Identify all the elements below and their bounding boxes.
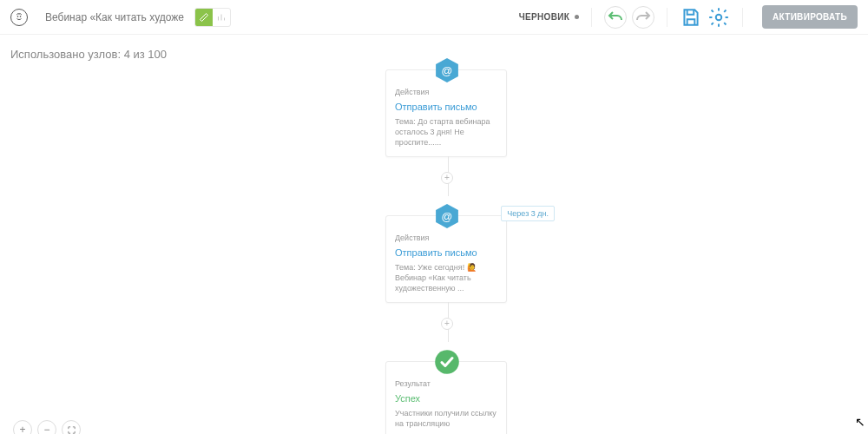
delay-badge[interactable]: Через 3 дн. [501,206,555,221]
card-description: Участники получили ссылку на трансляцию [395,408,497,429]
draft-status: ЧЕРНОВИК [519,12,579,22]
card-type-label: Действия [395,88,497,96]
settings-button[interactable] [707,6,730,29]
card-title: Отправить письмо [395,102,497,112]
stats-mode-button[interactable] [213,9,230,26]
redo-button[interactable] [632,6,654,29]
flow-canvas[interactable]: @ Действия Отправить письмо Тема: До ста… [0,35,868,434]
zoom-in-button[interactable]: + [13,420,32,434]
email-hex-icon: @ [434,57,460,83]
svg-text:@: @ [442,211,453,223]
card-title: Отправить письмо [395,247,497,258]
app-header: ЧЕРНОВИК АКТИВИРОВАТЬ [0,0,868,35]
zoom-controls: + − [13,420,81,434]
divider [742,8,743,27]
card-description: Тема: Уже сегодня! 🙋 Вебинар «Как читать… [395,262,497,293]
email-hex-icon: @ [434,203,460,229]
success-check-icon [434,349,460,375]
divider [667,8,667,27]
result-card-success[interactable]: Результат Успех Участники получили ссылк… [385,361,507,434]
zoom-out-button[interactable]: − [37,420,56,434]
edit-mode-button[interactable] [195,9,213,26]
view-mode-toggle [194,8,231,27]
divider [591,8,592,27]
add-node-button[interactable]: + [441,318,453,330]
svg-point-2 [716,14,722,20]
card-description: Тема: До старта вебинара осталось 3 дня!… [395,116,497,148]
status-label: ЧЕРНОВИК [519,12,569,22]
add-node-button[interactable]: + [441,172,453,184]
undo-button[interactable] [604,6,627,29]
app-logo[interactable] [10,9,28,26]
card-type-label: Результат [395,379,497,388]
svg-text:@: @ [442,65,453,77]
action-card-send-email-1[interactable]: @ Действия Отправить письмо Тема: До ста… [385,69,507,157]
save-button[interactable] [680,6,702,29]
svg-point-1 [20,16,21,16]
cursor-icon: ↖ [855,415,865,429]
svg-point-0 [17,16,18,16]
card-type-label: Действия [395,233,497,242]
fit-view-button[interactable] [62,420,81,434]
action-card-send-email-2[interactable]: @ Через 3 дн. Действия Отправить письмо … [385,215,507,303]
automation-title-input[interactable] [45,11,184,23]
card-title: Успех [395,393,497,404]
activate-button[interactable]: АКТИВИРОВАТЬ [762,5,858,29]
status-dot-icon [575,15,579,19]
